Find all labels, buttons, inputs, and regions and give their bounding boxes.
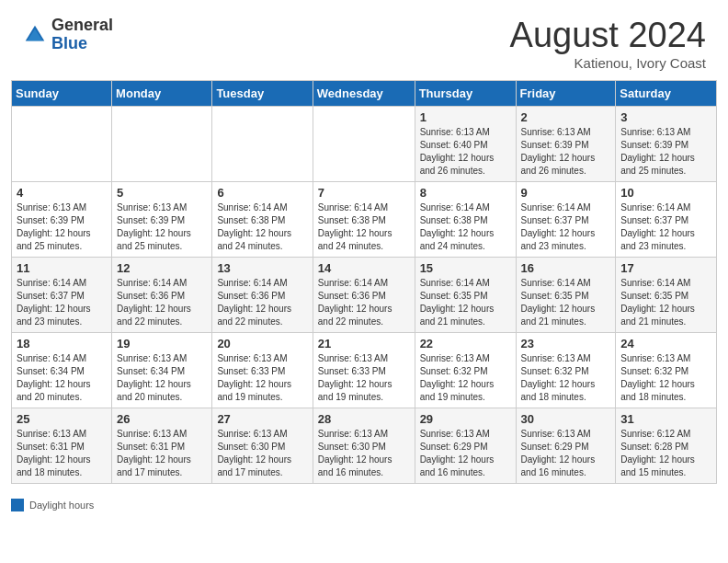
day-number: 2 xyxy=(521,110,611,124)
day-number: 12 xyxy=(117,261,207,275)
calendar-cell: 3Sunrise: 6:13 AM Sunset: 6:39 PM Daylig… xyxy=(616,106,717,181)
day-info: Sunrise: 6:13 AM Sunset: 6:30 PM Dayligh… xyxy=(318,428,410,479)
calendar-cell: 13Sunrise: 6:14 AM Sunset: 6:36 PM Dayli… xyxy=(212,257,313,332)
day-info: Sunrise: 6:13 AM Sunset: 6:39 PM Dayligh… xyxy=(117,201,207,253)
day-info: Sunrise: 6:13 AM Sunset: 6:31 PM Dayligh… xyxy=(117,428,207,479)
calendar-week-row: 11Sunrise: 6:14 AM Sunset: 6:37 PM Dayli… xyxy=(12,257,717,332)
day-info: Sunrise: 6:13 AM Sunset: 6:32 PM Dayligh… xyxy=(521,352,611,404)
calendar-cell: 21Sunrise: 6:13 AM Sunset: 6:33 PM Dayli… xyxy=(313,332,415,408)
calendar-day-header: Monday xyxy=(112,80,212,106)
day-number: 9 xyxy=(521,186,611,200)
day-info: Sunrise: 6:14 AM Sunset: 6:34 PM Dayligh… xyxy=(17,352,107,404)
calendar-cell: 30Sunrise: 6:13 AM Sunset: 6:29 PM Dayli… xyxy=(516,408,616,483)
day-info: Sunrise: 6:14 AM Sunset: 6:35 PM Dayligh… xyxy=(420,277,511,328)
day-number: 5 xyxy=(117,186,207,200)
day-info: Sunrise: 6:13 AM Sunset: 6:39 PM Dayligh… xyxy=(620,126,711,178)
calendar-cell: 26Sunrise: 6:13 AM Sunset: 6:31 PM Dayli… xyxy=(112,408,212,483)
day-number: 8 xyxy=(420,186,511,200)
calendar-table: SundayMondayTuesdayWednesdayThursdayFrid… xyxy=(11,80,717,484)
calendar-cell xyxy=(112,106,212,181)
day-info: Sunrise: 6:13 AM Sunset: 6:32 PM Dayligh… xyxy=(620,352,711,404)
calendar-cell: 7Sunrise: 6:14 AM Sunset: 6:38 PM Daylig… xyxy=(313,181,415,257)
day-number: 16 xyxy=(521,261,611,275)
calendar-week-row: 18Sunrise: 6:14 AM Sunset: 6:34 PM Dayli… xyxy=(12,332,717,408)
page-header: General Blue August 2024 Katienou, Ivory… xyxy=(0,0,728,80)
calendar-cell: 24Sunrise: 6:13 AM Sunset: 6:32 PM Dayli… xyxy=(616,332,717,408)
day-info: Sunrise: 6:14 AM Sunset: 6:38 PM Dayligh… xyxy=(420,201,511,253)
day-info: Sunrise: 6:13 AM Sunset: 6:39 PM Dayligh… xyxy=(521,126,611,178)
calendar-cell: 5Sunrise: 6:13 AM Sunset: 6:39 PM Daylig… xyxy=(112,181,212,257)
calendar-week-row: 1Sunrise: 6:13 AM Sunset: 6:40 PM Daylig… xyxy=(12,106,717,181)
day-number: 29 xyxy=(420,412,511,426)
legend-color-box xyxy=(11,499,24,511)
calendar-cell: 12Sunrise: 6:14 AM Sunset: 6:36 PM Dayli… xyxy=(112,257,212,332)
calendar-cell: 17Sunrise: 6:14 AM Sunset: 6:35 PM Dayli… xyxy=(616,257,717,332)
day-info: Sunrise: 6:14 AM Sunset: 6:35 PM Dayligh… xyxy=(521,277,611,328)
calendar-day-header: Wednesday xyxy=(313,80,415,106)
calendar-week-row: 25Sunrise: 6:13 AM Sunset: 6:31 PM Dayli… xyxy=(12,408,717,483)
logo-text: General Blue xyxy=(51,17,113,53)
day-info: Sunrise: 6:14 AM Sunset: 6:36 PM Dayligh… xyxy=(117,277,207,328)
day-number: 11 xyxy=(17,261,107,275)
day-number: 7 xyxy=(318,186,410,200)
day-number: 4 xyxy=(17,186,107,200)
calendar-cell: 31Sunrise: 6:12 AM Sunset: 6:28 PM Dayli… xyxy=(616,408,717,483)
day-info: Sunrise: 6:13 AM Sunset: 6:33 PM Dayligh… xyxy=(318,352,410,404)
calendar-cell: 28Sunrise: 6:13 AM Sunset: 6:30 PM Dayli… xyxy=(313,408,415,483)
calendar-day-header: Tuesday xyxy=(212,80,313,106)
logo-icon xyxy=(22,22,48,48)
calendar-day-header: Saturday xyxy=(616,80,717,106)
logo-general-text: General xyxy=(51,17,113,35)
day-info: Sunrise: 6:14 AM Sunset: 6:37 PM Dayligh… xyxy=(17,277,107,328)
day-number: 21 xyxy=(318,337,410,350)
calendar-cell: 20Sunrise: 6:13 AM Sunset: 6:33 PM Dayli… xyxy=(212,332,313,408)
day-number: 17 xyxy=(620,261,711,275)
calendar-day-header: Sunday xyxy=(12,80,112,106)
day-number: 28 xyxy=(318,412,410,426)
calendar-day-header: Friday xyxy=(516,80,616,106)
day-info: Sunrise: 6:13 AM Sunset: 6:40 PM Dayligh… xyxy=(420,126,511,178)
day-info: Sunrise: 6:13 AM Sunset: 6:29 PM Dayligh… xyxy=(420,428,511,479)
calendar-cell: 11Sunrise: 6:14 AM Sunset: 6:37 PM Dayli… xyxy=(12,257,112,332)
calendar-cell: 27Sunrise: 6:13 AM Sunset: 6:30 PM Dayli… xyxy=(212,408,313,483)
day-info: Sunrise: 6:14 AM Sunset: 6:38 PM Dayligh… xyxy=(217,201,307,253)
day-number: 1 xyxy=(420,110,511,124)
day-number: 27 xyxy=(217,412,307,426)
day-info: Sunrise: 6:14 AM Sunset: 6:37 PM Dayligh… xyxy=(521,201,611,253)
day-info: Sunrise: 6:13 AM Sunset: 6:30 PM Dayligh… xyxy=(217,428,307,479)
title-block: August 2024 Katienou, Ivory Coast xyxy=(510,17,706,71)
day-number: 23 xyxy=(521,337,611,350)
day-info: Sunrise: 6:14 AM Sunset: 6:37 PM Dayligh… xyxy=(620,201,711,253)
day-number: 30 xyxy=(521,412,611,426)
day-info: Sunrise: 6:14 AM Sunset: 6:38 PM Dayligh… xyxy=(318,201,410,253)
day-number: 24 xyxy=(620,337,711,350)
calendar-cell: 15Sunrise: 6:14 AM Sunset: 6:35 PM Dayli… xyxy=(415,257,516,332)
calendar-week-row: 4Sunrise: 6:13 AM Sunset: 6:39 PM Daylig… xyxy=(12,181,717,257)
day-number: 15 xyxy=(420,261,511,275)
logo-blue-text: Blue xyxy=(51,35,113,53)
calendar-cell: 4Sunrise: 6:13 AM Sunset: 6:39 PM Daylig… xyxy=(12,181,112,257)
calendar-cell: 18Sunrise: 6:14 AM Sunset: 6:34 PM Dayli… xyxy=(12,332,112,408)
calendar-header-row: SundayMondayTuesdayWednesdayThursdayFrid… xyxy=(12,80,717,106)
calendar-cell: 2Sunrise: 6:13 AM Sunset: 6:39 PM Daylig… xyxy=(516,106,616,181)
day-number: 3 xyxy=(620,110,711,124)
calendar-cell: 9Sunrise: 6:14 AM Sunset: 6:37 PM Daylig… xyxy=(516,181,616,257)
calendar-cell: 22Sunrise: 6:13 AM Sunset: 6:32 PM Dayli… xyxy=(415,332,516,408)
day-number: 22 xyxy=(420,337,511,350)
calendar-day-header: Thursday xyxy=(415,80,516,106)
day-info: Sunrise: 6:13 AM Sunset: 6:33 PM Dayligh… xyxy=(217,352,307,404)
location-subtitle: Katienou, Ivory Coast xyxy=(510,55,706,71)
day-info: Sunrise: 6:13 AM Sunset: 6:32 PM Dayligh… xyxy=(420,352,511,404)
calendar-cell xyxy=(12,106,112,181)
day-info: Sunrise: 6:12 AM Sunset: 6:28 PM Dayligh… xyxy=(620,428,711,479)
calendar-cell: 6Sunrise: 6:14 AM Sunset: 6:38 PM Daylig… xyxy=(212,181,313,257)
day-number: 18 xyxy=(17,337,107,350)
month-title: August 2024 xyxy=(510,17,706,55)
day-number: 19 xyxy=(117,337,207,350)
calendar-cell xyxy=(313,106,415,181)
day-number: 20 xyxy=(217,337,307,350)
calendar-cell: 23Sunrise: 6:13 AM Sunset: 6:32 PM Dayli… xyxy=(516,332,616,408)
day-info: Sunrise: 6:14 AM Sunset: 6:36 PM Dayligh… xyxy=(217,277,307,328)
day-number: 10 xyxy=(620,186,711,200)
legend-label: Daylight hours xyxy=(29,500,94,511)
